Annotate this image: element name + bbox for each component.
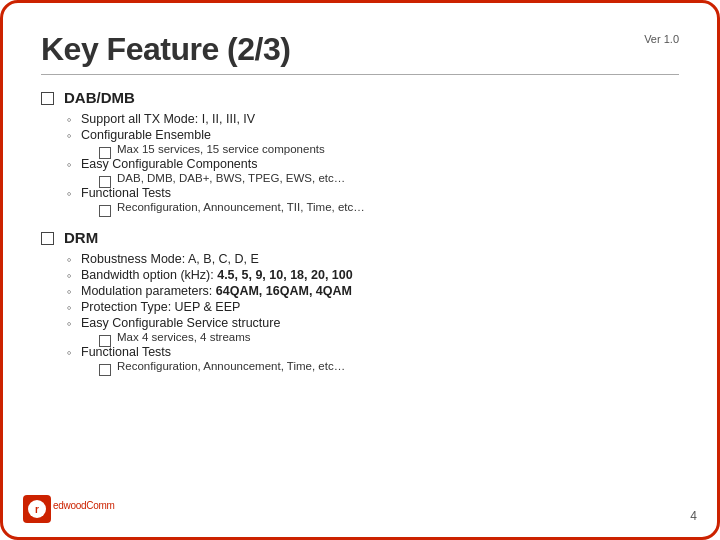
section-dab-dmb-header: DAB/DMB [41, 89, 679, 106]
list-item: Configurable Ensemble Max 15 services, 1… [67, 128, 679, 155]
sub-list: Reconfiguration, Announcement, Time, etc… [81, 360, 679, 372]
list-item: Easy Configurable Components DAB, DMB, D… [67, 157, 679, 184]
section-drm-header: DRM [41, 229, 679, 246]
sub-list-item: Reconfiguration, Announcement, TII, Time… [99, 201, 679, 213]
list-item: Robustness Mode: A, B, C, D, E [67, 252, 679, 266]
sub-list: Max 15 services, 15 service components [81, 143, 679, 155]
section-dab-dmb: DAB/DMB Support all TX Mode: I, II, III,… [41, 89, 679, 213]
sub-list-item: Max 4 services, 4 streams [99, 331, 679, 343]
drm-bullet-list: Robustness Mode: A, B, C, D, E Bandwidth… [41, 252, 679, 372]
logo-icon: r [23, 495, 51, 523]
sub-list: DAB, DMB, DAB+, BWS, TPEG, EWS, etc… [81, 172, 679, 184]
sub-list-item: Reconfiguration, Announcement, Time, etc… [99, 360, 679, 372]
logo-area: r edwoodComm [23, 495, 114, 523]
dab-dmb-bullet-list: Support all TX Mode: I, II, III, IV Conf… [41, 112, 679, 213]
list-item: Protection Type: UEP & EEP [67, 300, 679, 314]
list-item: Functional Tests Reconfiguration, Announ… [67, 345, 679, 372]
sub-list-item: DAB, DMB, DAB+, BWS, TPEG, EWS, etc… [99, 172, 679, 184]
slide-title: Key Feature (2/3) [41, 31, 679, 68]
list-item: Modulation parameters: 64QAM, 16QAM, 4QA… [67, 284, 679, 298]
logo-text: edwoodComm [53, 500, 114, 517]
sub-list: Max 4 services, 4 streams [81, 331, 679, 343]
checkbox-icon-dab [41, 92, 54, 105]
version-label: Ver 1.0 [644, 33, 679, 45]
logo-svg: r [27, 499, 47, 519]
section-drm: DRM Robustness Mode: A, B, C, D, E Bandw… [41, 229, 679, 372]
list-item: Easy Configurable Service structure Max … [67, 316, 679, 343]
page-number: 4 [690, 509, 697, 523]
checkbox-icon-drm [41, 232, 54, 245]
sub-list-item: Max 15 services, 15 service components [99, 143, 679, 155]
title-divider [41, 74, 679, 75]
list-item: Bandwidth option (kHz): 4.5, 5, 9, 10, 1… [67, 268, 679, 282]
sub-list: Reconfiguration, Announcement, TII, Time… [81, 201, 679, 213]
svg-text:r: r [35, 504, 39, 515]
list-item: Support all TX Mode: I, II, III, IV [67, 112, 679, 126]
list-item: Functional Tests Reconfiguration, Announ… [67, 186, 679, 213]
slide: Key Feature (2/3) Ver 1.0 DAB/DMB Suppor… [0, 0, 720, 540]
